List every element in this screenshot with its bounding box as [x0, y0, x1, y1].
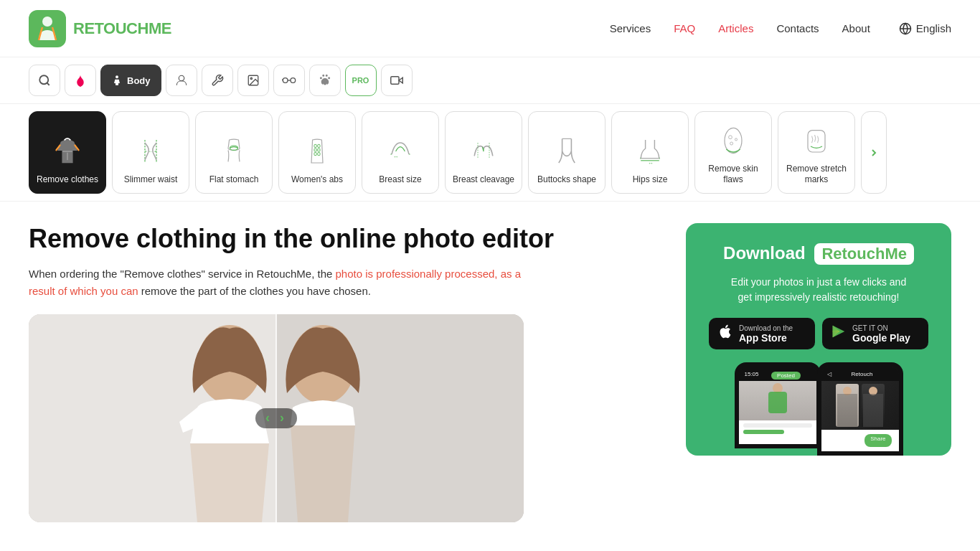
svg-rect-17	[314, 145, 316, 148]
svg-rect-22	[318, 153, 320, 156]
download-card-title: Download RetouchMe	[703, 243, 934, 265]
svg-text:↔: ↔	[648, 161, 654, 167]
service-slimmer-waist[interactable]: ←→ Slimmer waist	[112, 111, 189, 194]
phone-mockup-2: ◁ Retouch	[817, 362, 903, 456]
download-card-subtitle: Edit your photos in just a few clicks an…	[703, 275, 934, 305]
nav-articles[interactable]: Articles	[718, 22, 753, 34]
service-next-button[interactable]	[861, 111, 887, 194]
service-remove-skin-flaws[interactable]: Remove skin flaws	[694, 111, 772, 194]
tab-face[interactable]	[166, 65, 197, 96]
apple-icon	[717, 324, 733, 344]
nav-services[interactable]: Services	[610, 22, 651, 34]
svg-point-3	[39, 75, 48, 84]
svg-point-7	[250, 77, 252, 79]
service-remove-stretch-marks[interactable]: Remove stretch marks	[778, 111, 855, 194]
service-hips-size[interactable]: ↔ Hips size	[611, 111, 689, 194]
tab-fire[interactable]	[65, 65, 96, 96]
header: RETOUCHME Services FAQ Articles Contacts…	[0, 0, 980, 57]
breast-size-icon: ↔	[382, 133, 419, 170]
tab-glasses[interactable]	[273, 65, 305, 96]
svg-rect-35	[808, 130, 825, 151]
service-breast-cleavage[interactable]: Breast cleavage	[445, 111, 522, 194]
remove-skin-flaws-icon	[715, 122, 752, 159]
body-icon	[111, 75, 123, 86]
logo-icon	[29, 10, 66, 47]
download-card: Download RetouchMe Edit your photos in j…	[686, 223, 951, 456]
tab-gallery[interactable]	[237, 65, 269, 96]
svg-rect-19	[314, 149, 316, 151]
main-nav: Services FAQ Articles Contacts About	[610, 22, 870, 34]
flat-stomach-icon	[215, 133, 253, 170]
service-flat-stomach[interactable]: Flat stomach	[195, 111, 273, 194]
tab-pro[interactable]: PRO	[345, 65, 377, 96]
before-after-svg: ‹ ›	[29, 314, 524, 522]
desc-part2: remove the part of the clothes you have …	[138, 285, 371, 297]
svg-text:›: ›	[280, 410, 284, 425]
svg-text:←→: ←→	[149, 149, 158, 154]
buttocks-shape-icon	[548, 133, 585, 170]
tab-tools[interactable]	[202, 65, 233, 96]
tab-body-label: Body	[127, 75, 151, 86]
right-column: Download RetouchMe Edit your photos in j…	[686, 223, 951, 522]
service-womens-abs[interactable]: Women's abs	[278, 111, 356, 194]
svg-point-0	[42, 17, 52, 27]
desc-part1: When ordering the "Remove clothes" servi…	[29, 268, 336, 280]
globe-icon	[899, 22, 912, 35]
main-content: Remove clothing in the online photo edit…	[0, 202, 980, 522]
service-label-buttocks-shape: Buttocks shape	[537, 174, 596, 186]
svg-rect-41	[255, 408, 297, 428]
remove-clothes-icon	[49, 133, 86, 170]
nav-contacts[interactable]: Contacts	[776, 22, 819, 34]
app-store-text: Download on the App Store	[739, 324, 793, 344]
breast-cleavage-icon	[465, 133, 502, 170]
svg-marker-12	[399, 77, 402, 83]
svg-point-32	[729, 136, 732, 139]
app-store-button[interactable]: Download on the App Store	[709, 318, 815, 349]
remove-stretch-marks-icon	[798, 122, 835, 159]
service-label-slimmer-waist: Slimmer waist	[124, 174, 178, 186]
page-title: Remove clothing in the online photo edit…	[29, 223, 657, 254]
svg-point-5	[179, 75, 184, 81]
svg-point-33	[735, 138, 737, 141]
nav-about[interactable]: About	[842, 22, 870, 34]
tab-pets[interactable]	[309, 65, 341, 96]
service-label-remove-stretch-marks: Remove stretch marks	[783, 164, 850, 186]
logo[interactable]: RETOUCHME	[29, 10, 171, 47]
service-label-hips-size: Hips size	[633, 174, 668, 186]
service-breast-size[interactable]: ↔ Breast size	[362, 111, 439, 194]
brand-badge: RetouchMe	[814, 243, 914, 265]
svg-rect-13	[390, 77, 398, 85]
womens-abs-icon	[298, 133, 336, 170]
store-buttons: Download on the App Store	[703, 318, 934, 349]
svg-rect-18	[318, 145, 320, 148]
tab-body[interactable]: Body	[100, 65, 161, 96]
before-after-image: ‹ ›	[29, 314, 524, 522]
service-label-breast-size: Breast size	[379, 174, 421, 186]
language-label: English	[916, 22, 951, 34]
service-label-womens-abs: Women's abs	[291, 174, 343, 186]
left-column: Remove clothing in the online photo edit…	[29, 223, 657, 522]
service-label-remove-skin-flaws: Remove skin flaws	[699, 164, 767, 186]
service-remove-clothes[interactable]: Remove clothes	[29, 111, 106, 194]
svg-text:‹: ‹	[265, 410, 270, 425]
service-buttocks-shape[interactable]: Buttocks shape	[528, 111, 606, 194]
service-label-remove-clothes: Remove clothes	[37, 174, 98, 186]
svg-point-34	[730, 142, 733, 145]
service-row: Remove clothes ←→ Slimmer waist	[0, 104, 980, 202]
nav-faq[interactable]: FAQ	[674, 22, 695, 34]
tab-search[interactable]	[29, 65, 60, 96]
svg-line-11	[282, 80, 283, 80]
svg-rect-21	[314, 153, 316, 156]
hips-size-icon: ↔	[631, 133, 669, 170]
svg-line-4	[47, 83, 49, 85]
google-play-button[interactable]: GET IT ON Google Play	[822, 318, 928, 349]
svg-point-9	[291, 78, 296, 83]
svg-point-8	[283, 78, 288, 83]
slimmer-waist-icon: ←→	[132, 133, 169, 170]
category-tabs: Body PRO	[0, 57, 980, 104]
tab-video[interactable]	[381, 65, 413, 96]
phone-mockup-1: 15:05 Posted	[735, 362, 821, 448]
phones-preview: 15:05 Posted	[703, 362, 934, 456]
language-button[interactable]: English	[899, 22, 951, 35]
logo-text: RETOUCHME	[73, 19, 171, 38]
